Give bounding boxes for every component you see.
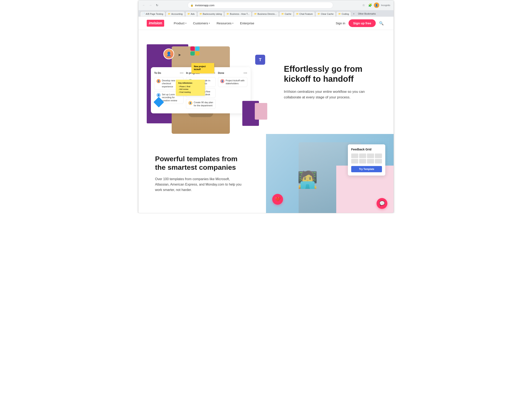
- slack-logo: [190, 46, 199, 56]
- kanban-card-avatar: 👤: [156, 79, 161, 83]
- sticky-note-kickoff: New project kickoff: [191, 63, 214, 74]
- tab-clear-cache[interactable]: 📁 Clear Cache: [315, 11, 336, 16]
- hero-visual: 👤 ➤ T: [151, 51, 271, 113]
- tab-favicon: 📁: [187, 13, 190, 15]
- nav-product-label: Product: [174, 21, 184, 25]
- signup-button[interactable]: Sign up free: [349, 19, 376, 27]
- tab-business-how[interactable]: 📁 Business - How T...: [224, 11, 252, 16]
- kanban-card: 👤 Project kickoff with stakeholders: [218, 77, 247, 87]
- other-bookmarks-label: Other Bookmarks: [358, 13, 376, 15]
- kanban-card: 👤 Create 90 day plan for the department: [186, 99, 215, 109]
- floating-avatar: 👤: [163, 48, 174, 59]
- tab-chat-feature[interactable]: 📁 Chat Feature: [294, 11, 315, 16]
- reload-button[interactable]: ↻: [154, 2, 160, 8]
- more-tabs-button[interactable]: »: [351, 11, 356, 16]
- tab-label: Accounting: [171, 13, 182, 15]
- feedback-grid-cell: [351, 153, 358, 158]
- section-two-body: Over 100 templates from companies like M…: [155, 176, 242, 193]
- kanban-col-todo-title: To Do: [154, 72, 161, 75]
- feedback-grid: [351, 153, 382, 164]
- section-two-heading: Powerful templates from the smartest com…: [155, 155, 242, 172]
- nav-logo[interactable]: invision: [147, 20, 164, 27]
- tab-ads[interactable]: 📁 Ads: [185, 11, 197, 16]
- feedback-grid-cell: [375, 153, 382, 158]
- tab-backcountry[interactable]: 📁 Backcountry skiing: [197, 11, 224, 16]
- tab-favicon: 📁: [318, 13, 320, 15]
- tab-label: Backcountry skiing: [203, 13, 222, 15]
- incognito-label: Incognito: [380, 4, 391, 6]
- kanban-card-text: Create 90 day plan for the department: [194, 101, 213, 107]
- bookmark-button[interactable]: ☆: [361, 2, 366, 8]
- nav-customers[interactable]: Customers ▾: [190, 20, 213, 27]
- feedback-grid-cell: [367, 153, 374, 158]
- forward-button[interactable]: →: [148, 2, 153, 8]
- other-bookmarks[interactable]: Other Bookmarks: [356, 11, 378, 16]
- tab-favicon: 📁: [296, 13, 299, 15]
- feedback-grid-cell: [351, 159, 358, 164]
- feedback-grid-cell: [375, 159, 382, 164]
- tab-label: Business Directo...: [257, 13, 277, 15]
- sticky-note-2-title: Key milestones:: [178, 82, 202, 85]
- hero-pink-bg: [255, 103, 267, 120]
- chevron-down-icon: ▾: [185, 22, 186, 24]
- nav-enterprise[interactable]: Enterprise: [237, 20, 257, 27]
- tab-coding[interactable]: 📁 Coding: [336, 11, 351, 16]
- teams-logo: T: [255, 55, 265, 65]
- nav-enterprise-label: Enterprise: [240, 21, 254, 25]
- hero-subtext: InVision centralizes your entire workflo…: [284, 89, 371, 100]
- lock-icon: 🔒: [190, 4, 194, 7]
- tab-ab-testing[interactable]: 📄 A/B Page Testing: [140, 11, 165, 16]
- tab-favicon: 📁: [226, 13, 229, 15]
- tab-favicon: 📁: [199, 13, 202, 15]
- nav-customers-label: Customers: [193, 21, 208, 25]
- address-bar[interactable]: 🔒 invisionapp.com: [188, 2, 333, 9]
- sticky-note-title: New project kickoff: [194, 65, 212, 71]
- signin-button[interactable]: Sign in: [332, 20, 349, 27]
- kanban-card-avatar: 👤: [156, 93, 161, 97]
- tab-label: Clear Cache: [321, 13, 334, 15]
- nav-resources[interactable]: Resources ▾: [214, 20, 236, 27]
- kanban-col-dots: •••: [180, 71, 184, 75]
- chat-bubble-icon[interactable]: 💬: [377, 198, 387, 209]
- sticky-note-2-items: - Phase 1 final- Mid review- Final meeti…: [178, 85, 202, 94]
- hero-text: Effortlessly go from kickoff to handoff …: [284, 64, 377, 100]
- try-template-button[interactable]: Try Template: [351, 166, 382, 172]
- chevron-down-icon: ▾: [232, 22, 233, 24]
- tab-label: A/B Page Testing: [146, 13, 163, 15]
- hero-section: 👤 ➤ T: [138, 30, 394, 134]
- feedback-grid-cell: [367, 159, 374, 164]
- kanban-col-done-title: Done: [218, 72, 224, 75]
- url-text: invisionapp.com: [195, 4, 330, 7]
- nav-links: Product ▾ Customers ▾ Resources ▾ Enterp…: [171, 20, 257, 27]
- nav-product[interactable]: Product ▾: [171, 20, 189, 27]
- feedback-grid-cell: [359, 159, 366, 164]
- section-two-visual: 🧑‍💻 Feedback Grid: [266, 134, 394, 213]
- tab-label: Ads: [191, 13, 195, 15]
- tab-label: Cache: [285, 13, 291, 15]
- tab-favicon: 📁: [168, 13, 170, 15]
- nav-resources-label: Resources: [217, 21, 232, 25]
- kanban-card-avatar: 👤: [220, 79, 224, 83]
- tab-cache[interactable]: 📁 Cache: [279, 11, 294, 16]
- tab-favicon: 📁: [254, 13, 257, 15]
- tab-accounting[interactable]: 📁 Accounting: [166, 11, 185, 16]
- tab-business-dir[interactable]: 📁 Business Directo...: [252, 11, 279, 16]
- logo-text: invision: [149, 21, 162, 25]
- profile-button[interactable]: 👤: [374, 2, 379, 8]
- extension-button[interactable]: 🧩: [367, 2, 373, 8]
- chevron-down-icon: ▾: [209, 22, 210, 24]
- heart-circle-icon: ❤️: [272, 194, 283, 205]
- nav-arrow-icon: ➤: [178, 53, 181, 57]
- feedback-card-title: Feedback Grid: [351, 148, 382, 151]
- section-two-text: Powerful templates from the smartest com…: [138, 134, 266, 213]
- tab-favicon: 📁: [281, 13, 284, 15]
- section-two: Powerful templates from the smartest com…: [138, 134, 394, 213]
- sticky-note-milestones: Key milestones: - Phase 1 final- Mid rev…: [176, 80, 205, 96]
- man-photo-area: 🧑‍💻: [274, 147, 341, 213]
- tab-favicon: 📄: [142, 13, 145, 15]
- tab-label: Chat Feature: [299, 13, 313, 15]
- search-icon[interactable]: 🔍: [378, 19, 385, 27]
- main-nav: invision Product ▾ Customers ▾ Resources…: [138, 17, 394, 30]
- hero-heading: Effortlessly go from kickoff to handoff: [284, 64, 377, 84]
- back-button[interactable]: ←: [141, 2, 147, 8]
